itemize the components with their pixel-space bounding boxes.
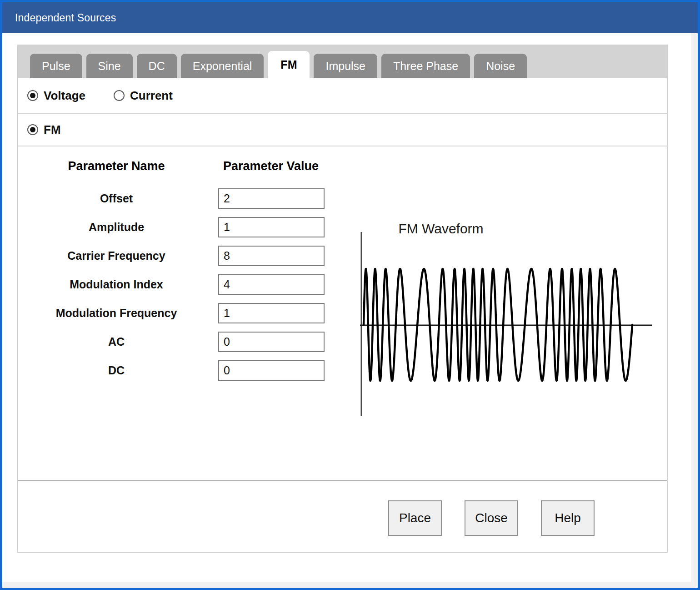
parameter-label-modulation-index: Modulation Index [35, 278, 198, 291]
parameter-label-ac: AC [35, 335, 198, 348]
tab-three-phase[interactable]: Three Phase [381, 54, 470, 78]
parameter-label-amplitude: Amplitude [35, 221, 198, 234]
radio-fm-label: FM [44, 123, 61, 137]
parameter-value-header: Parameter Value [207, 159, 335, 173]
radio-voltage-icon[interactable] [27, 90, 38, 101]
radio-voltage-label: Voltage [44, 89, 85, 103]
dialog-content-panel: PulseSineDCExponentialFMImpulseThree Pha… [17, 45, 668, 553]
bottom-margin-strip [2, 582, 698, 588]
parameter-row-offset: Offset [35, 184, 335, 213]
tab-impulse[interactable]: Impulse [314, 54, 377, 78]
parameter-input-carrier-frequency[interactable] [218, 246, 325, 266]
parameter-row-amplitude: Amplitude [35, 213, 335, 242]
radio-option-current[interactable]: Current [114, 89, 173, 103]
button-area-divider [18, 480, 667, 481]
parameter-rows: OffsetAmplitudeCarrier FrequencyModulati… [35, 184, 335, 385]
parameter-header-row: Parameter Name Parameter Value [35, 159, 335, 173]
parameter-label-carrier-frequency: Carrier Frequency [35, 249, 198, 262]
tab-exponential[interactable]: Exponential [181, 54, 264, 78]
radio-option-voltage[interactable]: Voltage [27, 89, 85, 103]
parameter-row-modulation-frequency: Modulation Frequency [35, 299, 335, 328]
tab-strip: PulseSineDCExponentialFMImpulseThree Pha… [18, 45, 667, 78]
parameter-input-modulation-frequency[interactable] [218, 303, 325, 323]
parameter-row-ac: AC [35, 328, 335, 356]
parameter-row-dc: DC [35, 356, 335, 385]
tab-dc[interactable]: DC [137, 54, 177, 78]
radio-option-fm[interactable]: FM [27, 123, 61, 137]
radio-fm-selected-icon[interactable] [27, 124, 38, 135]
parameter-input-offset[interactable] [218, 188, 325, 209]
tab-pulse[interactable]: Pulse [30, 54, 82, 78]
parameter-input-dc[interactable] [218, 360, 325, 381]
window-title: Independent Sources [2, 12, 116, 24]
close-button[interactable]: Close [465, 500, 518, 536]
parameter-input-modulation-index[interactable] [218, 274, 325, 295]
parameter-row-modulation-index: Modulation Index [35, 270, 335, 299]
source-type-row: VoltageCurrent [18, 78, 667, 114]
parameter-row-carrier-frequency: Carrier Frequency [35, 242, 335, 270]
parameter-name-header: Parameter Name [35, 159, 198, 173]
parameter-label-dc: DC [35, 364, 198, 377]
fm-waveform-panel: FM Waveform [355, 209, 673, 464]
parameter-table: Parameter Name Parameter Value OffsetAmp… [35, 159, 335, 385]
parameter-label-modulation-frequency: Modulation Frequency [35, 307, 198, 320]
radio-current-label: Current [130, 89, 173, 103]
help-button[interactable]: Help [541, 500, 595, 536]
tab-fm[interactable]: FM [268, 51, 310, 78]
waveform-type-row: FM [18, 114, 667, 146]
right-margin-strip [691, 33, 698, 590]
independent-sources-dialog: Independent Sources ✕ PulseSineDCExponen… [0, 0, 700, 590]
tab-noise[interactable]: Noise [474, 54, 527, 78]
parameter-label-offset: Offset [35, 192, 198, 205]
parameter-input-ac[interactable] [218, 332, 325, 352]
fm-waveform-plot [355, 209, 673, 464]
parameter-input-amplitude[interactable] [218, 217, 325, 237]
place-button[interactable]: Place [388, 500, 442, 536]
titlebar: Independent Sources [2, 2, 698, 33]
radio-current-icon[interactable] [114, 90, 125, 101]
tab-sine[interactable]: Sine [86, 54, 133, 78]
